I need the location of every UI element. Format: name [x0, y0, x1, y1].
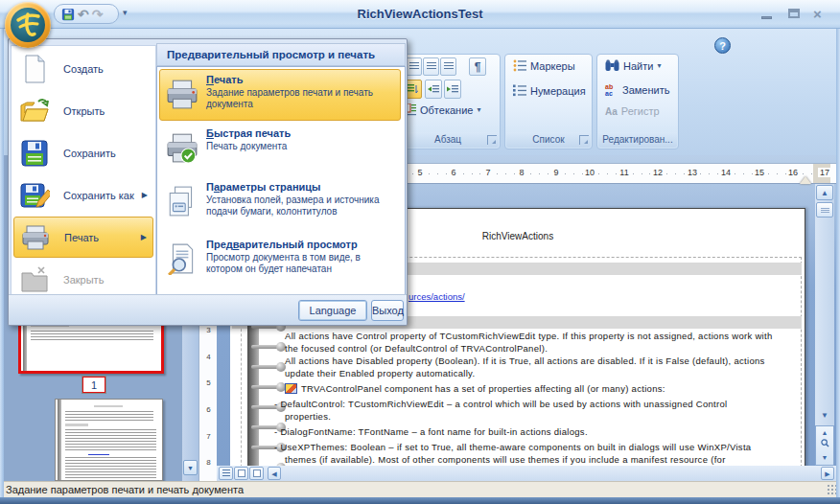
indent-decrease-icon	[428, 84, 439, 94]
page-number-badge: 1	[82, 377, 105, 393]
qat-customize-icon[interactable]: ▾	[123, 8, 128, 17]
dialog-launcher-list[interactable]	[579, 135, 589, 145]
undo-icon[interactable]: ↶	[78, 8, 89, 21]
group-label-editing: Редактирован...	[598, 132, 677, 148]
help-button[interactable]: ?	[714, 37, 731, 54]
group-label-paragraph: Абзац	[397, 132, 499, 148]
menu-item-print-preview[interactable]: Предварительный просмотр Просмотр докуме…	[159, 234, 401, 289]
horizontal-scrollbar[interactable]: ◀ ▶	[217, 466, 836, 481]
replace-button[interactable]: ab ac Заменить	[605, 83, 669, 97]
find-label: Найти	[623, 60, 653, 72]
app-window: RichViewActionsTest ↶ ↷ ▾ × ¶	[0, 0, 840, 504]
replace-label: Заменить	[622, 84, 669, 96]
menu-item-print[interactable]: Печать ▶	[13, 217, 153, 258]
replace-icon: ab ac	[605, 83, 618, 97]
numbering-label: Нумерация	[530, 85, 586, 97]
align-left-button[interactable]	[406, 57, 422, 76]
bullets-button[interactable]: Маркеры	[513, 59, 575, 72]
window-controls: ×	[759, 8, 828, 21]
dialog-launcher-paragraph[interactable]	[487, 135, 497, 145]
find-button[interactable]: Найти ▾	[605, 59, 661, 72]
menu-item-print-dialog[interactable]: Печать Задание параметров печати и печат…	[159, 69, 401, 121]
case-button[interactable]: Aa Регистр	[605, 105, 660, 117]
component-icon	[285, 383, 297, 394]
menu-item-save[interactable]: Сохранить	[13, 132, 153, 173]
office-button[interactable]	[5, 2, 51, 48]
menu-item-new[interactable]: Создать	[13, 48, 153, 89]
align-center-button[interactable]	[423, 57, 439, 76]
pilcrow-icon: ¶	[475, 60, 481, 74]
browse-next-icon[interactable]: ▼	[816, 451, 833, 464]
indent-increase-icon	[447, 84, 458, 94]
pilcrow-button[interactable]: ¶	[469, 57, 486, 76]
case-label: Регистр	[621, 105, 660, 117]
print-preview-icon	[166, 242, 198, 275]
open-folder-icon	[19, 96, 50, 126]
hyperlink-fragment[interactable]: urces/actions/	[408, 291, 465, 302]
text-wrap-label: Обтекание	[420, 104, 473, 116]
case-icon: Aa	[605, 106, 618, 117]
vertical-scrollbar[interactable]: ▲ ▼ ▲ ▼	[815, 184, 834, 466]
ribbon-group-editing: Найти ▾ ab ac Заменить Aa Регистр Редакт…	[596, 54, 679, 149]
indent-increase-button[interactable]	[444, 80, 461, 99]
printer-icon	[166, 78, 198, 110]
scroll-left-icon[interactable]: ◀	[268, 467, 281, 480]
indent-marker-icon[interactable]	[800, 176, 811, 184]
browse-object-buttons: ▲ ▼	[815, 425, 834, 466]
submenu-arrow-icon: ▶	[141, 233, 147, 241]
new-document-icon	[19, 54, 50, 84]
office-menu-footer: Language Выход	[9, 294, 407, 325]
ribbon-group-paragraph: ¶	[395, 54, 501, 149]
thumb-spiral	[58, 400, 61, 480]
scroll-right-icon[interactable]: ▶	[821, 467, 834, 480]
app-logo-icon	[11, 8, 45, 42]
menu-item-page-setup[interactable]: Параметры страницы Установка полей, разм…	[159, 176, 401, 232]
view-mode-buttons	[219, 467, 264, 480]
window-right-border	[836, 29, 840, 497]
browse-select-icon[interactable]	[816, 439, 833, 451]
language-button[interactable]: Language	[298, 300, 367, 321]
indent-decrease-button[interactable]	[425, 80, 442, 99]
save-icon	[19, 138, 50, 169]
minimize-button[interactable]	[759, 8, 775, 21]
status-bar: Задание параметров печати и печать докум…	[0, 481, 840, 497]
bullet-list-icon	[513, 59, 526, 72]
close-folder-icon	[19, 264, 50, 295]
menu-item-quick-print[interactable]: Быстрая печать Печать документа	[159, 123, 401, 172]
document-text: All actions have Control property of TCu…	[230, 330, 805, 478]
scroll-down-icon[interactable]: ▼	[183, 460, 198, 475]
save-icon[interactable]	[61, 8, 75, 21]
align-right-button[interactable]	[440, 57, 456, 76]
menu-item-open[interactable]: Открыть	[13, 90, 153, 131]
scroll-down-icon[interactable]: ▼	[816, 408, 833, 424]
menu-item-save-as[interactable]: Сохранить как ▶	[13, 174, 153, 216]
view-web-button[interactable]	[234, 467, 248, 480]
quick-print-icon	[166, 131, 198, 164]
menu-section-header: Предварительный просмотр и печать	[156, 43, 406, 66]
chevron-down-icon: ▾	[657, 61, 661, 70]
office-menu-left-column: Создать Открыть Сохранить	[11, 45, 156, 296]
exit-button[interactable]: Выход	[371, 300, 404, 321]
line-spacing-icon	[407, 84, 418, 95]
text-wrap-button[interactable]: Обтекание ▾	[404, 103, 480, 116]
redo-icon[interactable]: ↷	[92, 8, 104, 21]
page-setup-icon	[166, 185, 198, 218]
window-bottom-border	[0, 497, 840, 504]
view-draft-button[interactable]	[219, 467, 233, 480]
numbering-button[interactable]: Нумерация	[513, 84, 586, 97]
window-left-border	[0, 29, 4, 497]
scrollbar-thumb[interactable]	[816, 202, 833, 218]
maximize-button[interactable]	[786, 8, 802, 21]
save-as-icon	[19, 180, 50, 211]
printer-icon	[20, 222, 51, 253]
page-thumbnail-2[interactable]	[55, 399, 163, 481]
bullets-label: Маркеры	[530, 60, 575, 72]
chevron-down-icon: ▾	[477, 105, 480, 114]
numbered-list-icon	[513, 84, 526, 97]
view-page-button[interactable]	[249, 467, 264, 480]
browse-prev-icon[interactable]: ▲	[816, 426, 833, 439]
scroll-up-icon[interactable]: ▲	[816, 185, 833, 200]
quick-access-toolbar: ↶ ↷	[54, 4, 119, 24]
close-button[interactable]: ×	[813, 8, 828, 21]
office-menu: Создать Открыть Сохранить	[8, 38, 408, 326]
